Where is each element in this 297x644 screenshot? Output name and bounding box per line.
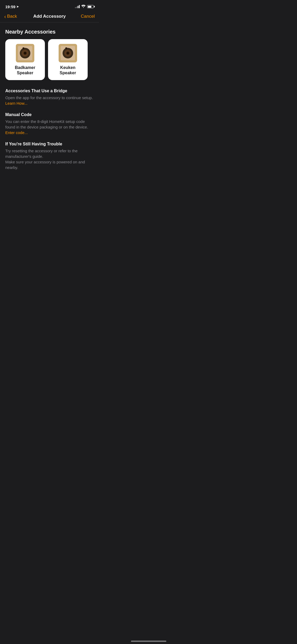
battery-icon <box>87 5 94 8</box>
back-label: Back <box>7 14 17 19</box>
status-bar: 19:59 ➤ <box>0 0 99 12</box>
wifi-icon <box>81 5 86 9</box>
bridge-section: Accessories That Use a Bridge Open the a… <box>5 89 94 106</box>
speaker-icon-keuken <box>59 44 77 62</box>
bridge-section-body: Open the app for the accessory to contin… <box>5 95 93 100</box>
signal-icon <box>75 5 80 8</box>
accessory-card-keuken[interactable]: KeukenSpeaker <box>48 39 88 80</box>
trouble-section: If You're Still Having Trouble Try reset… <box>5 142 94 170</box>
speaker-icon-badkamer <box>16 44 34 62</box>
svg-point-5 <box>24 52 26 54</box>
nearby-section-title: Nearby Accessories <box>5 29 94 35</box>
trouble-section-text: Try resetting the accessory or refer to … <box>5 148 94 170</box>
accessories-grid: BadkamerSpeaker KeukenSpeaker <box>5 39 94 80</box>
trouble-text-1: Try resetting the accessory or refer to … <box>5 149 78 159</box>
svg-point-7 <box>23 48 24 49</box>
nearby-section: Nearby Accessories BadkamerSpeaker <box>5 29 94 80</box>
nav-title: Add Accessory <box>33 14 66 19</box>
learn-how-link[interactable]: Learn How... <box>5 101 27 105</box>
nav-bar: ‹ Back Add Accessory Cancel <box>0 12 99 22</box>
accessory-name-keuken: KeukenSpeaker <box>60 65 76 75</box>
accessory-name-badkamer: BadkamerSpeaker <box>15 65 35 75</box>
location-icon: ➤ <box>16 5 19 8</box>
chevron-left-icon: ‹ <box>4 14 6 19</box>
status-icons <box>75 5 94 9</box>
manual-code-text: You can enter the 8-digit HomeKit setup … <box>5 119 94 135</box>
back-button[interactable]: ‹ Back <box>4 14 23 19</box>
enter-code-link[interactable]: Enter code... <box>5 130 28 135</box>
trouble-section-title: If You're Still Having Trouble <box>5 142 94 146</box>
main-content: Nearby Accessories BadkamerSpeaker <box>0 22 99 170</box>
trouble-text-2: Make sure your accessory is powered on a… <box>5 160 85 170</box>
status-time: 19:59 ➤ <box>5 4 19 9</box>
svg-point-15 <box>66 48 67 49</box>
accessory-card-badkamer[interactable]: BadkamerSpeaker <box>5 39 45 80</box>
time-display: 19:59 <box>5 4 15 9</box>
manual-code-body: You can enter the 8-digit HomeKit setup … <box>5 119 88 129</box>
manual-code-title: Manual Code <box>5 112 94 117</box>
manual-code-section: Manual Code You can enter the 8-digit Ho… <box>5 112 94 135</box>
bridge-section-text: Open the app for the accessory to contin… <box>5 95 94 106</box>
cancel-button[interactable]: Cancel <box>76 14 95 19</box>
svg-point-13 <box>67 52 69 54</box>
bridge-section-title: Accessories That Use a Bridge <box>5 89 94 93</box>
